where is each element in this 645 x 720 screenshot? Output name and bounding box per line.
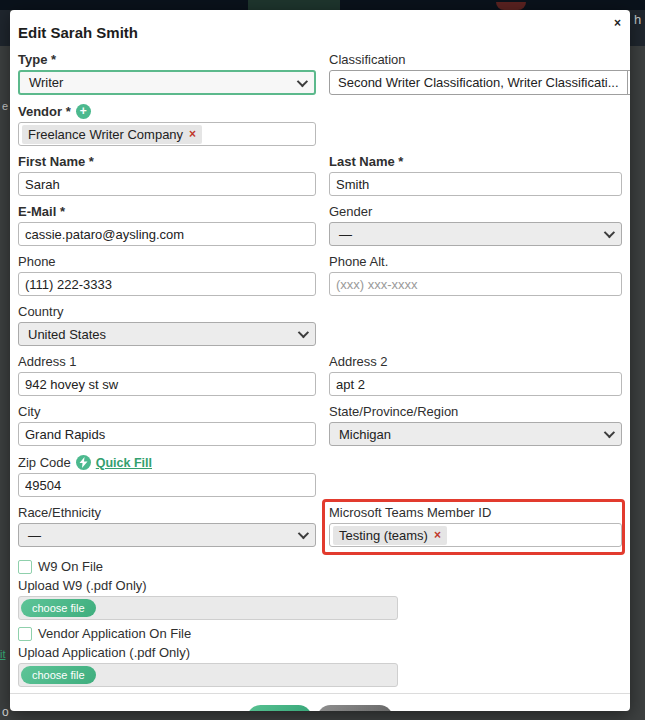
race-select[interactable]: —	[18, 523, 316, 547]
application-file-input[interactable]: choose file	[18, 663, 398, 687]
teams-id-tag: Testing (teams) ×	[333, 526, 447, 545]
backdrop-link-fragment: it	[0, 648, 6, 660]
email-label: E-Mail *	[18, 205, 316, 219]
state-label: State/Province/Region	[329, 405, 622, 419]
chevron-down-icon	[298, 327, 309, 338]
backdrop-text-fragment: h	[634, 12, 641, 27]
remove-vendor-icon[interactable]: ×	[189, 127, 196, 141]
race-label: Race/Ethnicity	[18, 506, 316, 520]
city-label: City	[18, 405, 316, 419]
vendor-tag-input[interactable]: Freelance Writer Company ×	[18, 122, 316, 146]
w9-file-input[interactable]: choose file	[18, 596, 398, 620]
lightning-icon	[76, 455, 91, 470]
classification-value: Second Writer Classification, Writer Cla…	[330, 71, 627, 94]
state-select-value: Michigan	[339, 427, 391, 442]
chevron-down-icon	[604, 427, 615, 438]
city-field[interactable]	[18, 422, 316, 446]
email-field[interactable]	[18, 222, 316, 246]
address1-label: Address 1	[18, 355, 316, 369]
phone-alt-field[interactable]	[329, 272, 622, 296]
phone-field[interactable]	[18, 272, 316, 296]
last-name-field[interactable]	[329, 172, 622, 196]
caret-down-icon[interactable]: ▼	[627, 71, 630, 94]
zip-field[interactable]	[18, 473, 316, 497]
application-choose-file-button[interactable]: choose file	[21, 666, 96, 684]
type-label: Type *	[18, 53, 316, 67]
state-select[interactable]: Michigan	[329, 422, 622, 446]
address1-field[interactable]	[18, 372, 316, 396]
upload-application-label: Upload Application (.pdf Only)	[18, 645, 622, 660]
backdrop-text-fragment: e	[2, 100, 8, 112]
country-label: Country	[18, 305, 316, 319]
address2-label: Address 2	[329, 355, 622, 369]
gender-label: Gender	[329, 205, 622, 219]
gender-select[interactable]: —	[329, 222, 622, 246]
classification-label: Classification	[329, 53, 630, 67]
page-top-navbar	[0, 0, 645, 10]
vendor-label: Vendor *	[18, 105, 71, 119]
chevron-down-icon	[604, 227, 615, 238]
vendor-application-checkbox[interactable]	[18, 627, 32, 641]
race-select-value: —	[28, 528, 41, 543]
gender-select-value: —	[339, 227, 352, 242]
quick-fill-link[interactable]: Quick Fill	[96, 456, 152, 470]
address2-field[interactable]	[329, 372, 622, 396]
country-select[interactable]: United States	[18, 322, 316, 346]
zip-label: Zip Code	[18, 456, 71, 470]
backdrop-dark-left	[0, 10, 10, 46]
remove-teams-id-icon[interactable]: ×	[434, 528, 441, 542]
w9-choose-file-button[interactable]: choose file	[21, 599, 96, 617]
w9-check-label: W9 On File	[38, 559, 103, 574]
chevron-down-icon	[297, 75, 308, 86]
modal-title: Edit Sarah Smith	[18, 24, 622, 41]
country-select-value: United States	[28, 327, 106, 342]
close-icon[interactable]: ×	[614, 17, 621, 29]
type-select[interactable]: Writer	[18, 70, 316, 95]
navbar-red-fragment	[496, 2, 526, 10]
add-vendor-icon[interactable]: +	[76, 104, 91, 119]
chevron-down-icon	[298, 528, 309, 539]
save-button[interactable]: Save	[247, 705, 312, 711]
teams-id-tag-text: Testing (teams)	[339, 528, 428, 543]
backdrop-text-fragment: o	[2, 705, 9, 719]
type-select-value: Writer	[29, 75, 63, 90]
navbar-green-fragment	[248, 0, 340, 10]
vendor-application-check-label: Vendor Application On File	[38, 626, 191, 641]
w9-checkbox[interactable]	[18, 560, 32, 574]
footer-divider	[10, 693, 630, 694]
phone-label: Phone	[18, 255, 316, 269]
vendor-tag-text: Freelance Writer Company	[28, 127, 183, 142]
phone-alt-label: Phone Alt.	[329, 255, 622, 269]
cancel-button[interactable]: Cancel	[317, 705, 393, 711]
last-name-label: Last Name *	[329, 155, 622, 169]
upload-w9-label: Upload W9 (.pdf Only)	[18, 578, 622, 593]
first-name-label: First Name *	[18, 155, 316, 169]
vendor-tag: Freelance Writer Company ×	[22, 125, 202, 144]
teams-id-tag-input[interactable]: Testing (teams) ×	[329, 523, 622, 547]
edit-contact-modal: × Edit Sarah Smith Type * Writer Classif…	[10, 10, 630, 711]
teams-id-label: Microsoft Teams Member ID	[329, 506, 622, 520]
first-name-field[interactable]	[18, 172, 316, 196]
classification-dropdown[interactable]: Second Writer Classification, Writer Cla…	[329, 70, 630, 95]
